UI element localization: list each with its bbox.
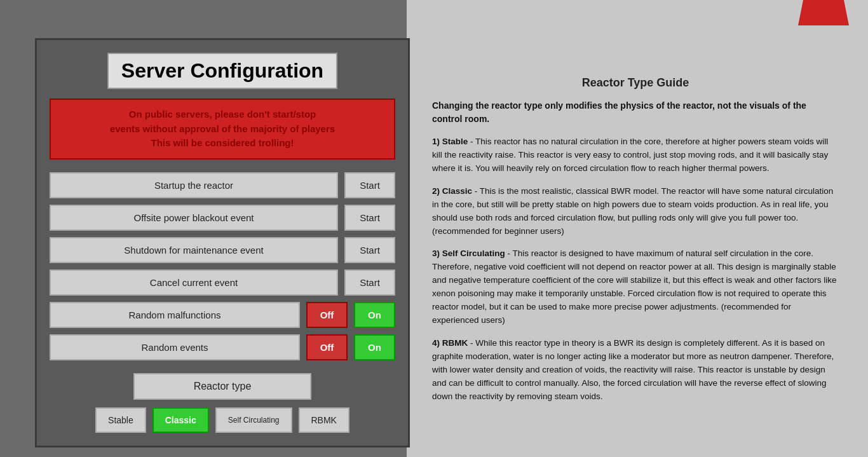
toggle-row-malfunctions: Random malfunctions Off On [50,302,395,328]
guide-selfcirc-name: Self Circulating [442,249,505,258]
guide-stable-number: 1) [432,137,440,146]
guide-selfcirc-text: - This reactor is designed to have maxim… [432,249,837,325]
guide-stable-text: - This reactor has no natural circulatio… [432,137,828,173]
toggle-label-events: Random events [50,334,300,360]
logo-icon [798,0,849,25]
logo-area [785,0,862,32]
event-row-blackout: Offsite power blackout event Start [50,205,395,231]
events-off-button[interactable]: Off [306,334,348,360]
guide-stable-name: Stable [442,137,468,146]
guide-section-rbmk: 4) RBMK - While this reactor type in the… [432,337,839,404]
toggle-label-malfunctions: Random malfunctions [50,302,300,328]
event-row-startup: Startup the reactor Start [50,172,395,198]
reactor-type-buttons: Stable Classic Self Circulating RBMK [50,407,395,433]
event-row-maintenance: Shutdown for maintenance event Start [50,237,395,263]
guide-title: Reactor Type Guide [432,76,839,90]
server-config-panel: Server Configuration On public servers, … [35,38,410,447]
event-label-blackout: Offsite power blackout event [50,205,338,231]
reactor-type-label: Reactor type [133,373,311,400]
start-button-cancel[interactable]: Start [344,269,395,296]
guide-selfcirc-number: 3) [432,249,440,258]
guide-rbmk-number: 4) [432,338,440,348]
panel-title: Server Configuration [107,53,337,89]
warning-line1: On public servers, please don't start/st… [64,107,381,122]
warning-line3: This will be considered trolling! [64,136,381,151]
reactor-stable-button[interactable]: Stable [95,407,146,433]
guide-classic-name: Classic [442,186,472,196]
start-button-startup[interactable]: Start [344,172,395,198]
guide-rbmk-name: RBMK [442,338,468,348]
reactor-selfcirc-button[interactable]: Self Circulating [215,407,292,433]
malfunctions-off-button[interactable]: Off [306,302,348,328]
guide-panel: Reactor Type Guide Changing the reactor … [413,64,858,426]
events-on-button[interactable]: On [354,334,395,360]
guide-classic-number: 2) [432,186,440,196]
guide-section-classic: 2) Classic - This is the most realistic,… [432,185,839,238]
warning-line2: events without approval of the majority … [64,122,381,137]
event-label-cancel: Cancel current event [50,269,338,296]
guide-classic-text: - This is the most realistic, classical … [432,186,833,236]
toggle-row-events: Random events Off On [50,334,395,360]
reactor-rbmk-button[interactable]: RBMK [299,407,349,433]
reactor-classic-button[interactable]: Classic [153,407,209,433]
guide-section-selfcirc: 3) Self Circulating - This reactor is de… [432,247,839,327]
malfunctions-on-button[interactable]: On [354,302,395,328]
start-button-maintenance[interactable]: Start [344,237,395,263]
guide-rbmk-text: - While this reactor type in theory is a… [432,338,834,401]
guide-intro: Changing the reactor type only modifies … [432,99,839,126]
guide-section-stable: 1) Stable - This reactor has no natural … [432,135,839,175]
event-label-maintenance: Shutdown for maintenance event [50,237,338,263]
warning-box: On public servers, please don't start/st… [50,99,395,160]
event-label-startup: Startup the reactor [50,172,338,198]
event-row-cancel: Cancel current event Start [50,269,395,296]
start-button-blackout[interactable]: Start [344,205,395,231]
